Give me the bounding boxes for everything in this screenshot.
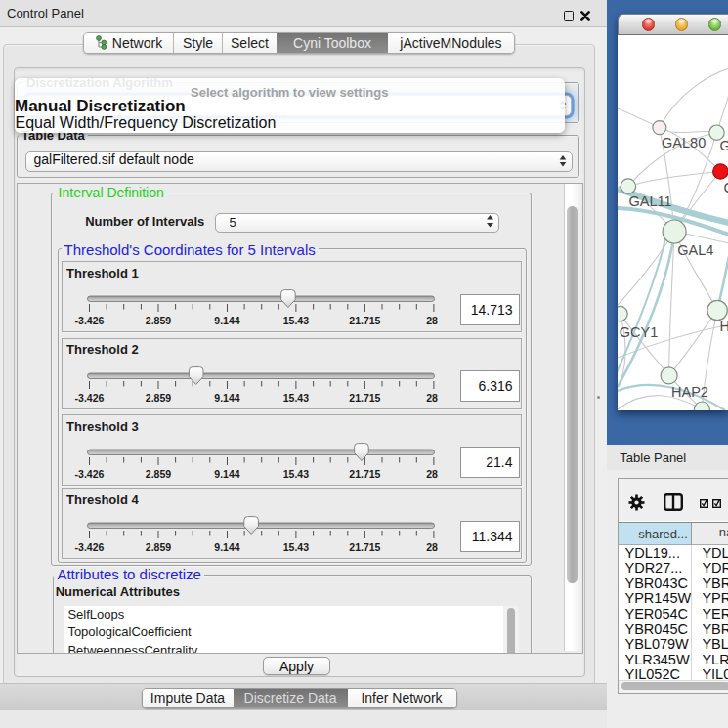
svg-text:HAP2: HAP2 bbox=[671, 384, 708, 400]
svg-text:2.859: 2.859 bbox=[145, 391, 170, 403]
svg-text:21.715: 21.715 bbox=[349, 315, 380, 326]
svg-text:9.144: 9.144 bbox=[214, 467, 239, 479]
svg-text:21.715: 21.715 bbox=[349, 541, 380, 553]
svg-text:15.43: 15.43 bbox=[282, 391, 308, 403]
svg-text:28: 28 bbox=[426, 467, 438, 479]
svg-text:GAL4: GAL4 bbox=[677, 242, 713, 258]
svg-text:2.859: 2.859 bbox=[145, 315, 170, 326]
svg-text:-3.426: -3.426 bbox=[74, 391, 104, 403]
svg-text:9.144: 9.144 bbox=[214, 391, 239, 403]
svg-text:28: 28 bbox=[426, 315, 438, 326]
svg-text:28: 28 bbox=[426, 391, 438, 403]
svg-text:21.715: 21.715 bbox=[349, 391, 380, 403]
svg-text:15.43: 15.43 bbox=[282, 541, 308, 553]
svg-text:2.859: 2.859 bbox=[145, 541, 170, 553]
svg-text:28: 28 bbox=[426, 541, 438, 553]
svg-text:H: H bbox=[719, 319, 728, 334]
svg-text:-3.426: -3.426 bbox=[74, 315, 104, 326]
svg-text:GA: GA bbox=[719, 138, 728, 153]
svg-text:15.43: 15.43 bbox=[282, 467, 308, 479]
svg-text:GAL80: GAL80 bbox=[662, 135, 706, 150]
svg-text:2.859: 2.859 bbox=[145, 467, 170, 479]
svg-text:21.715: 21.715 bbox=[349, 467, 380, 479]
svg-text:9.144: 9.144 bbox=[214, 315, 239, 326]
svg-text:GAL11: GAL11 bbox=[628, 193, 671, 209]
svg-text:15.43: 15.43 bbox=[282, 315, 308, 326]
svg-text:GCY1: GCY1 bbox=[619, 324, 658, 340]
svg-text:9.144: 9.144 bbox=[214, 541, 239, 553]
svg-text:-3.426: -3.426 bbox=[74, 541, 104, 553]
svg-text:C: C bbox=[723, 180, 728, 195]
svg-text:-3.426: -3.426 bbox=[74, 467, 104, 479]
